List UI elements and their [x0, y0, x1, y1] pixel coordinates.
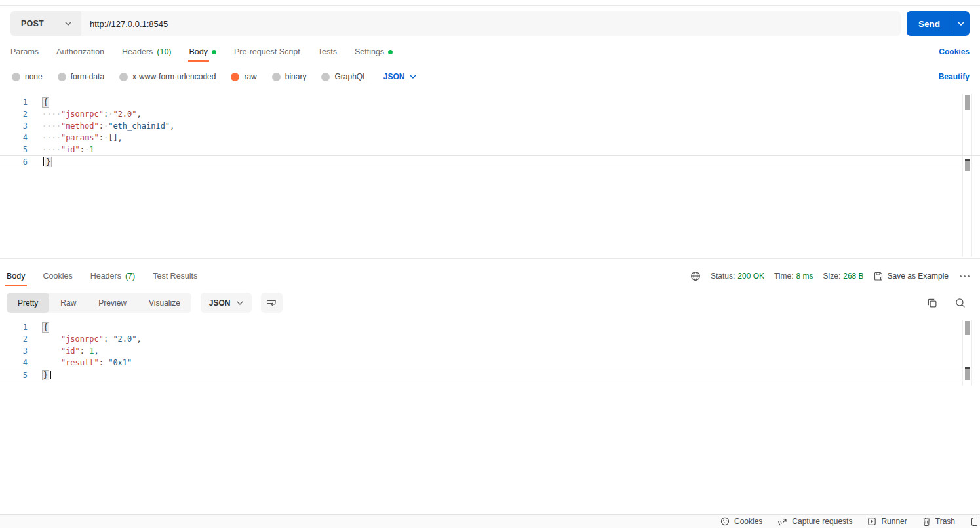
token: ···· [42, 110, 61, 119]
method-label: POST [21, 19, 44, 28]
time-label: Time: [774, 272, 794, 281]
tab-authorization-label: Authorization [56, 47, 104, 56]
token: { [42, 97, 49, 108]
more-options-button[interactable] [958, 275, 971, 277]
tab-pre-request-script[interactable]: Pre-request Script [234, 42, 300, 62]
body-type-none[interactable]: none [12, 72, 43, 81]
two-pane-icon[interactable] [971, 518, 977, 526]
footer-trash-button[interactable]: Trash [922, 517, 955, 526]
response-tab-body[interactable]: Body [7, 265, 26, 287]
response-tab-test-results[interactable]: Test Results [153, 265, 197, 287]
chevron-down-icon [65, 22, 71, 26]
response-language-select[interactable]: JSON [201, 293, 252, 313]
code-content: } [37, 369, 980, 380]
language-label: JSON [383, 72, 405, 81]
token: "params" [61, 133, 99, 142]
copy-icon[interactable] [927, 298, 937, 308]
radio-icon [272, 73, 281, 81]
body-type-graphql[interactable]: GraphQL [321, 72, 366, 81]
body-type-binary[interactable]: binary [272, 72, 307, 81]
send-button[interactable]: Send [907, 11, 952, 36]
send-options-button[interactable] [952, 11, 970, 36]
scrollbar-thumb[interactable] [965, 321, 970, 335]
request-tabs: ParamsAuthorizationHeaders(10)BodyPre-re… [10, 42, 393, 62]
beautify-link[interactable]: Beautify [939, 72, 970, 81]
network-globe-icon[interactable] [690, 271, 701, 281]
response-tab-cookies[interactable]: Cookies [43, 265, 73, 287]
line-number: 2 [0, 108, 37, 120]
response-tab-headers[interactable]: Headers(7) [90, 265, 136, 287]
cookies-link[interactable]: Cookies [939, 47, 970, 56]
body-type-x-www-form-urlencoded[interactable]: x-www-form-urlencoded [119, 72, 216, 81]
language-select[interactable]: JSON [383, 72, 416, 81]
code-content: ····"jsonrpc":·"2.0", [37, 108, 980, 120]
time-pair: Time: 8 ms [774, 272, 813, 281]
tab-authorization[interactable]: Authorization [56, 42, 104, 62]
footer-cookies-button[interactable]: Cookies [720, 517, 762, 526]
wrap-text-button[interactable] [261, 293, 283, 313]
save-icon [874, 272, 883, 281]
tab-headers-label: Headers [122, 47, 153, 56]
method-select[interactable]: POST [10, 11, 81, 36]
view-tab-preview[interactable]: Preview [87, 293, 138, 313]
token: , [137, 110, 142, 119]
time-value: 8 ms [796, 272, 813, 281]
footer-capture-requests-button[interactable]: Capture requests [777, 517, 852, 526]
view-tab-pretty[interactable]: Pretty [7, 293, 49, 313]
response-tab-body-label: Body [7, 272, 26, 281]
token: } [45, 157, 52, 167]
request-editor-scrollbar[interactable] [962, 94, 972, 256]
code-line: 6} [0, 155, 980, 167]
code-line: 2 "jsonrpc": "2.0", [0, 333, 980, 345]
code-line: 4 "result": "0x1" [0, 357, 980, 369]
tab-tests[interactable]: Tests [318, 42, 337, 62]
token [42, 358, 61, 367]
tab-settings[interactable]: Settings [355, 42, 393, 62]
token: : [99, 121, 104, 131]
tab-params[interactable]: Params [10, 42, 39, 62]
line-number: 5 [0, 369, 37, 380]
footer-runner-button[interactable]: Runner [867, 517, 907, 526]
save-as-example-button[interactable]: Save as Example [874, 272, 949, 281]
size-value: 268 B [843, 272, 863, 281]
code-content: ····"method":·"eth_chainId", [37, 120, 980, 132]
body-type-none-label: none [25, 72, 43, 81]
scrollbar-thumb[interactable] [965, 95, 970, 110]
token: ···· [42, 133, 61, 142]
tab-headers-count: (10) [157, 47, 171, 56]
request-tabs-row: ParamsAuthorizationHeaders(10)BodyPre-re… [10, 42, 970, 62]
url-input[interactable]: http://127.0.0.1:8545 [81, 11, 901, 36]
search-icon[interactable] [955, 298, 966, 308]
tab-headers[interactable]: Headers(10) [122, 42, 171, 62]
status-label: Status: [711, 272, 735, 281]
view-tab-visualize[interactable]: Visualize [138, 293, 191, 313]
tab-body[interactable]: Body [189, 42, 217, 62]
token: : [80, 145, 85, 154]
body-type-row: noneform-datax-www-form-urlencodedrawbin… [12, 68, 970, 85]
line-number: 4 [0, 132, 37, 144]
request-url-bar: POST http://127.0.0.1:8545 Send [10, 11, 970, 36]
request-body-editor[interactable]: 1{2····"jsonrpc":·"2.0",3····"method":·"… [0, 91, 980, 258]
response-body-viewer[interactable]: 1{2 "jsonrpc": "2.0",3 "id": 1,4 "result… [0, 317, 980, 390]
body-type-form-data[interactable]: form-data [58, 72, 104, 81]
response-editor-scrollbar[interactable] [962, 320, 972, 386]
tab-pre-request-script-label: Pre-request Script [234, 47, 300, 56]
request-code: 1{2····"jsonrpc":·"2.0",3····"method":·"… [0, 96, 980, 167]
code-content: { [37, 96, 980, 108]
text-cursor [50, 371, 51, 379]
token: "method" [61, 121, 99, 131]
tab-tests-label: Tests [318, 47, 337, 56]
code-content: { [37, 321, 980, 333]
token: ···· [42, 121, 61, 131]
token: , [94, 346, 99, 355]
response-view-tabs: PrettyRawPreviewVisualize [7, 293, 191, 313]
body-type-graphql-label: GraphQL [334, 72, 366, 81]
top-divider [0, 5, 980, 6]
token: "jsonrpc" [61, 110, 104, 119]
code-content: } [37, 156, 980, 167]
status-pair: Status: 200 OK [711, 272, 764, 281]
token: "id" [61, 145, 80, 154]
token: , [137, 335, 142, 344]
body-type-raw[interactable]: raw [231, 72, 256, 81]
view-tab-raw[interactable]: Raw [49, 293, 87, 313]
